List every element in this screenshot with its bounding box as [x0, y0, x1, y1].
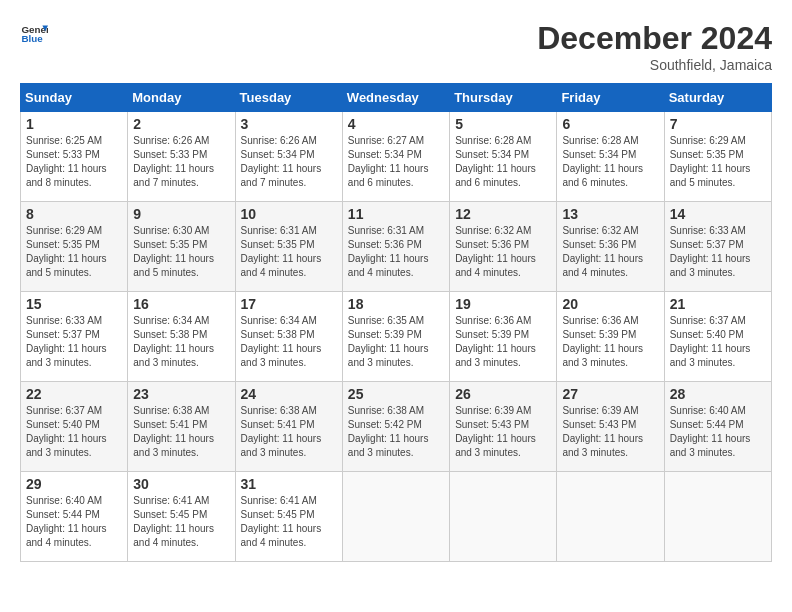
day-number: 22	[26, 386, 122, 402]
calendar-cell: 26Sunrise: 6:39 AMSunset: 5:43 PMDayligh…	[450, 382, 557, 472]
day-number: 8	[26, 206, 122, 222]
day-number: 1	[26, 116, 122, 132]
calendar-week-row: 29Sunrise: 6:40 AMSunset: 5:44 PMDayligh…	[21, 472, 772, 562]
calendar-cell: 30Sunrise: 6:41 AMSunset: 5:45 PMDayligh…	[128, 472, 235, 562]
day-number: 20	[562, 296, 658, 312]
day-info: Sunrise: 6:28 AMSunset: 5:34 PMDaylight:…	[455, 135, 536, 188]
day-info: Sunrise: 6:40 AMSunset: 5:44 PMDaylight:…	[26, 495, 107, 548]
calendar-cell: 13Sunrise: 6:32 AMSunset: 5:36 PMDayligh…	[557, 202, 664, 292]
day-info: Sunrise: 6:26 AMSunset: 5:33 PMDaylight:…	[133, 135, 214, 188]
calendar-cell: 6Sunrise: 6:28 AMSunset: 5:34 PMDaylight…	[557, 112, 664, 202]
calendar-cell: 31Sunrise: 6:41 AMSunset: 5:45 PMDayligh…	[235, 472, 342, 562]
day-info: Sunrise: 6:41 AMSunset: 5:45 PMDaylight:…	[133, 495, 214, 548]
calendar-cell: 24Sunrise: 6:38 AMSunset: 5:41 PMDayligh…	[235, 382, 342, 472]
day-info: Sunrise: 6:32 AMSunset: 5:36 PMDaylight:…	[562, 225, 643, 278]
calendar-cell: 17Sunrise: 6:34 AMSunset: 5:38 PMDayligh…	[235, 292, 342, 382]
day-info: Sunrise: 6:30 AMSunset: 5:35 PMDaylight:…	[133, 225, 214, 278]
day-number: 7	[670, 116, 766, 132]
day-number: 27	[562, 386, 658, 402]
calendar-cell: 15Sunrise: 6:33 AMSunset: 5:37 PMDayligh…	[21, 292, 128, 382]
calendar-cell	[664, 472, 771, 562]
day-info: Sunrise: 6:28 AMSunset: 5:34 PMDaylight:…	[562, 135, 643, 188]
day-info: Sunrise: 6:35 AMSunset: 5:39 PMDaylight:…	[348, 315, 429, 368]
calendar-cell: 18Sunrise: 6:35 AMSunset: 5:39 PMDayligh…	[342, 292, 449, 382]
day-info: Sunrise: 6:41 AMSunset: 5:45 PMDaylight:…	[241, 495, 322, 548]
day-number: 23	[133, 386, 229, 402]
calendar-week-row: 1Sunrise: 6:25 AMSunset: 5:33 PMDaylight…	[21, 112, 772, 202]
weekday-header-saturday: Saturday	[664, 84, 771, 112]
calendar-cell	[450, 472, 557, 562]
day-info: Sunrise: 6:34 AMSunset: 5:38 PMDaylight:…	[133, 315, 214, 368]
calendar-cell: 10Sunrise: 6:31 AMSunset: 5:35 PMDayligh…	[235, 202, 342, 292]
calendar-cell: 1Sunrise: 6:25 AMSunset: 5:33 PMDaylight…	[21, 112, 128, 202]
calendar-week-row: 22Sunrise: 6:37 AMSunset: 5:40 PMDayligh…	[21, 382, 772, 472]
calendar-cell: 12Sunrise: 6:32 AMSunset: 5:36 PMDayligh…	[450, 202, 557, 292]
calendar-cell: 3Sunrise: 6:26 AMSunset: 5:34 PMDaylight…	[235, 112, 342, 202]
calendar-cell: 8Sunrise: 6:29 AMSunset: 5:35 PMDaylight…	[21, 202, 128, 292]
day-number: 26	[455, 386, 551, 402]
day-number: 16	[133, 296, 229, 312]
day-info: Sunrise: 6:37 AMSunset: 5:40 PMDaylight:…	[670, 315, 751, 368]
day-number: 18	[348, 296, 444, 312]
day-info: Sunrise: 6:26 AMSunset: 5:34 PMDaylight:…	[241, 135, 322, 188]
calendar-cell: 2Sunrise: 6:26 AMSunset: 5:33 PMDaylight…	[128, 112, 235, 202]
title-block: December 2024 Southfield, Jamaica	[537, 20, 772, 73]
calendar-cell: 22Sunrise: 6:37 AMSunset: 5:40 PMDayligh…	[21, 382, 128, 472]
day-info: Sunrise: 6:31 AMSunset: 5:35 PMDaylight:…	[241, 225, 322, 278]
day-info: Sunrise: 6:37 AMSunset: 5:40 PMDaylight:…	[26, 405, 107, 458]
day-number: 6	[562, 116, 658, 132]
day-number: 4	[348, 116, 444, 132]
day-number: 11	[348, 206, 444, 222]
day-info: Sunrise: 6:33 AMSunset: 5:37 PMDaylight:…	[670, 225, 751, 278]
weekday-header-wednesday: Wednesday	[342, 84, 449, 112]
calendar-cell: 9Sunrise: 6:30 AMSunset: 5:35 PMDaylight…	[128, 202, 235, 292]
day-info: Sunrise: 6:25 AMSunset: 5:33 PMDaylight:…	[26, 135, 107, 188]
day-info: Sunrise: 6:38 AMSunset: 5:42 PMDaylight:…	[348, 405, 429, 458]
calendar-cell: 28Sunrise: 6:40 AMSunset: 5:44 PMDayligh…	[664, 382, 771, 472]
calendar-cell: 11Sunrise: 6:31 AMSunset: 5:36 PMDayligh…	[342, 202, 449, 292]
weekday-header-tuesday: Tuesday	[235, 84, 342, 112]
day-number: 29	[26, 476, 122, 492]
weekday-header-friday: Friday	[557, 84, 664, 112]
calendar-cell: 29Sunrise: 6:40 AMSunset: 5:44 PMDayligh…	[21, 472, 128, 562]
day-info: Sunrise: 6:39 AMSunset: 5:43 PMDaylight:…	[562, 405, 643, 458]
day-number: 3	[241, 116, 337, 132]
day-number: 30	[133, 476, 229, 492]
calendar-table: SundayMondayTuesdayWednesdayThursdayFrid…	[20, 83, 772, 562]
day-info: Sunrise: 6:38 AMSunset: 5:41 PMDaylight:…	[133, 405, 214, 458]
calendar-cell: 23Sunrise: 6:38 AMSunset: 5:41 PMDayligh…	[128, 382, 235, 472]
calendar-week-row: 8Sunrise: 6:29 AMSunset: 5:35 PMDaylight…	[21, 202, 772, 292]
calendar-cell: 14Sunrise: 6:33 AMSunset: 5:37 PMDayligh…	[664, 202, 771, 292]
day-number: 2	[133, 116, 229, 132]
day-number: 10	[241, 206, 337, 222]
day-number: 5	[455, 116, 551, 132]
day-number: 14	[670, 206, 766, 222]
logo-icon: General Blue	[20, 20, 48, 48]
calendar-cell: 7Sunrise: 6:29 AMSunset: 5:35 PMDaylight…	[664, 112, 771, 202]
day-info: Sunrise: 6:31 AMSunset: 5:36 PMDaylight:…	[348, 225, 429, 278]
day-info: Sunrise: 6:33 AMSunset: 5:37 PMDaylight:…	[26, 315, 107, 368]
day-info: Sunrise: 6:38 AMSunset: 5:41 PMDaylight:…	[241, 405, 322, 458]
calendar-cell: 25Sunrise: 6:38 AMSunset: 5:42 PMDayligh…	[342, 382, 449, 472]
month-title: December 2024	[537, 20, 772, 57]
day-number: 24	[241, 386, 337, 402]
weekday-header-row: SundayMondayTuesdayWednesdayThursdayFrid…	[21, 84, 772, 112]
day-info: Sunrise: 6:36 AMSunset: 5:39 PMDaylight:…	[562, 315, 643, 368]
day-info: Sunrise: 6:36 AMSunset: 5:39 PMDaylight:…	[455, 315, 536, 368]
calendar-cell: 4Sunrise: 6:27 AMSunset: 5:34 PMDaylight…	[342, 112, 449, 202]
svg-text:Blue: Blue	[21, 33, 43, 44]
day-number: 15	[26, 296, 122, 312]
day-number: 31	[241, 476, 337, 492]
calendar-cell	[557, 472, 664, 562]
day-number: 13	[562, 206, 658, 222]
calendar-cell: 19Sunrise: 6:36 AMSunset: 5:39 PMDayligh…	[450, 292, 557, 382]
page-header: General Blue December 2024 Southfield, J…	[20, 20, 772, 73]
day-number: 25	[348, 386, 444, 402]
day-number: 19	[455, 296, 551, 312]
calendar-cell: 20Sunrise: 6:36 AMSunset: 5:39 PMDayligh…	[557, 292, 664, 382]
calendar-week-row: 15Sunrise: 6:33 AMSunset: 5:37 PMDayligh…	[21, 292, 772, 382]
day-info: Sunrise: 6:34 AMSunset: 5:38 PMDaylight:…	[241, 315, 322, 368]
day-info: Sunrise: 6:29 AMSunset: 5:35 PMDaylight:…	[670, 135, 751, 188]
calendar-cell: 5Sunrise: 6:28 AMSunset: 5:34 PMDaylight…	[450, 112, 557, 202]
day-info: Sunrise: 6:29 AMSunset: 5:35 PMDaylight:…	[26, 225, 107, 278]
